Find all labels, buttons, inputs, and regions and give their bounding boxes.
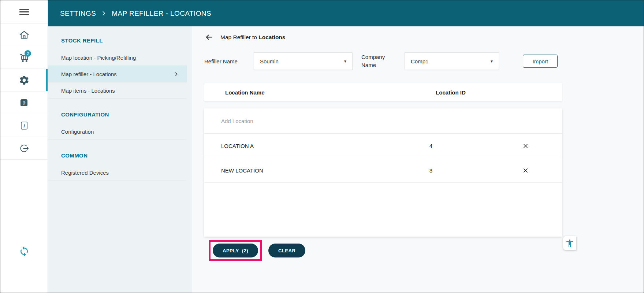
refiller-name-select[interactable]: Soumin ▼	[254, 52, 353, 70]
dropdown-caret-icon: ▼	[490, 59, 494, 63]
company-name-select[interactable]: Comp1 ▼	[405, 52, 499, 70]
sidebar-item-label: Map refiller - Locations	[61, 71, 117, 77]
page-header-row: Map Refiller to Locations	[204, 26, 562, 42]
sidebar-item-orders[interactable]: 2	[0, 46, 48, 69]
import-button[interactable]: Import	[523, 55, 558, 68]
apply-button-highlight-annotation: APPLY (2)	[209, 240, 262, 261]
rail-spacer	[0, 160, 48, 242]
add-location-input[interactable]	[204, 108, 562, 133]
accessibility-widget-button[interactable]	[563, 236, 576, 250]
back-button[interactable]	[204, 32, 214, 42]
column-header-location-name: Location Name	[204, 89, 373, 96]
close-icon	[522, 167, 529, 174]
breadcrumb-current-page: MAP REFILLER - LOCATIONS	[112, 10, 211, 18]
main-column: SETTINGS MAP REFILLER - LOCATIONS STOCK …	[48, 0, 644, 293]
sidebar-item-label: Registered Devices	[61, 170, 109, 176]
refresh-button[interactable]	[0, 242, 48, 260]
column-header-location-id: Location ID	[373, 89, 528, 96]
svg-text:?: ?	[22, 100, 25, 106]
sidebar-item-label: Map location - Picking/Refilling	[61, 55, 136, 61]
sidebar-item-label: Configuration	[61, 129, 94, 135]
sidebar-section-common: COMMON Registered Devices	[48, 152, 192, 181]
refiller-name-label: Refiller Name	[204, 58, 246, 64]
sidebar-item-configuration[interactable]: Configuration	[48, 123, 187, 140]
close-icon	[522, 142, 529, 149]
page-title: Map Refiller to Locations	[220, 34, 285, 41]
gear-icon	[19, 75, 30, 86]
breadcrumb-settings[interactable]: SETTINGS	[60, 10, 96, 18]
page-title-emphasis: Locations	[258, 34, 285, 40]
add-location-row	[204, 108, 562, 134]
svg-text:i: i	[23, 123, 25, 128]
hamburger-menu-icon	[19, 7, 29, 16]
sidebar-item-settings[interactable]	[0, 69, 48, 92]
sidebar-item-label: Map items - Locations	[61, 88, 115, 94]
company-name-value: Comp1	[411, 58, 428, 64]
table-row: NEW LOCATION 3	[204, 158, 562, 183]
row-actions-cell	[489, 141, 562, 151]
clear-button[interactable]: CLEAR	[268, 244, 305, 257]
sidebar-item-logout[interactable]	[0, 137, 48, 160]
actions-row: APPLY (2) CLEAR	[204, 240, 562, 261]
locations-table-header: Location Name Location ID	[204, 83, 562, 101]
sidebar-item-info[interactable]: i	[0, 114, 48, 137]
back-arrow-icon	[205, 33, 213, 41]
refiller-name-value: Soumin	[260, 58, 279, 64]
top-app-bar: SETTINGS MAP REFILLER - LOCATIONS	[48, 0, 644, 26]
dropdown-caret-icon: ▼	[343, 59, 347, 63]
sidebar-section-configuration: CONFIGURATION Configuration	[48, 111, 192, 140]
cart-badge: 2	[25, 50, 31, 57]
delete-row-button[interactable]	[521, 166, 531, 175]
location-id-cell: 4	[373, 143, 489, 149]
icon-rail: 2 ? i	[0, 0, 48, 293]
sidebar-item-map-refiller-locations[interactable]: Map refiller - Locations	[48, 66, 187, 82]
sidebar-item-map-items-locations[interactable]: Map items - Locations	[48, 82, 187, 99]
info-document-icon: i	[19, 121, 29, 130]
chevron-right-icon	[174, 71, 179, 77]
row-actions-cell	[489, 166, 562, 175]
question-mark-icon: ?	[19, 98, 29, 108]
section-title: CONFIGURATION	[48, 111, 192, 118]
main-content: Map Refiller to Locations Refiller Name …	[192, 26, 644, 293]
apply-button[interactable]: APPLY (2)	[213, 244, 258, 257]
location-name-cell: NEW LOCATION	[204, 167, 373, 174]
table-row: LOCATION A 4	[204, 134, 562, 158]
home-icon	[19, 29, 30, 40]
sidebar-section-stock-refill: STOCK REFILL Map location - Picking/Refi…	[48, 37, 192, 99]
accessibility-icon	[565, 239, 574, 248]
sidebar-item-help[interactable]: ?	[0, 92, 48, 114]
location-name-cell: LOCATION A	[204, 143, 373, 149]
section-title: COMMON	[48, 152, 192, 159]
page-body: STOCK REFILL Map location - Picking/Refi…	[48, 26, 644, 293]
settings-sidebar: STOCK REFILL Map location - Picking/Refi…	[48, 26, 192, 293]
logout-icon	[19, 143, 29, 153]
company-name-label: Company Name	[361, 53, 393, 70]
location-id-cell: 3	[373, 167, 489, 174]
page-title-prefix: Map Refiller to	[220, 34, 257, 40]
delete-row-button[interactable]	[521, 141, 531, 151]
sidebar-item-home[interactable]	[0, 23, 48, 46]
filter-form-row: Refiller Name Soumin ▼ Company Name Comp…	[204, 52, 562, 70]
locations-table: LOCATION A 4 NEW LOCATION 3	[204, 108, 562, 237]
hamburger-menu-button[interactable]	[0, 0, 48, 23]
sync-icon	[19, 246, 30, 257]
sidebar-item-map-location-picking-refilling[interactable]: Map location - Picking/Refilling	[48, 49, 187, 66]
section-title: STOCK REFILL	[48, 37, 192, 44]
sidebar-item-registered-devices[interactable]: Registered Devices	[48, 164, 187, 181]
breadcrumb-chevron-icon	[101, 10, 107, 16]
app-root: 2 ? i	[0, 0, 644, 293]
